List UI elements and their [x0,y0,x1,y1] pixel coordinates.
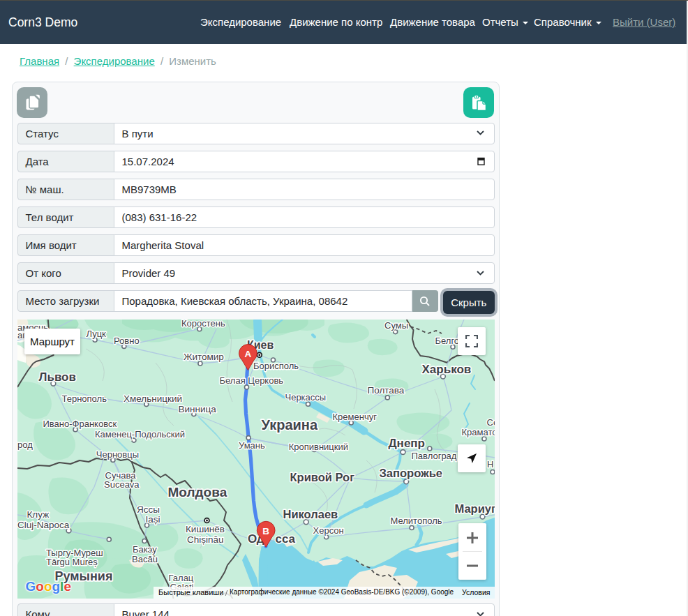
svg-text:Харьков: Харьков [421,363,471,376]
svg-text:Запорожье: Запорожье [379,467,442,479]
svg-text:Умань: Умань [239,440,265,451]
svg-text:Iași: Iași [145,514,160,525]
svg-text:Херсон: Херсон [313,525,343,536]
svg-text:Chișinău: Chișinău [187,534,224,545]
svg-text:B: B [262,526,269,536]
svg-text:Львов: Львов [38,370,75,384]
svg-text:Тернополь: Тернополь [61,393,107,404]
svg-text:род: род [17,440,33,450]
svg-text:Украина: Украина [261,417,317,433]
svg-text:Краматорск: Краматорск [461,427,495,437]
svg-text:сса: сса [275,532,295,546]
svg-text:Кривой Рог: Кривой Рог [290,471,354,483]
svg-text:Сумы: Сумы [384,320,408,331]
svg-text:Bacău: Bacău [132,554,158,564]
svg-text:Борисполь: Борисполь [253,361,299,371]
svg-text:Днепр: Днепр [388,437,425,450]
svg-text:Târgu Mureș: Târgu Mureș [46,557,98,567]
svg-text:A: A [244,349,251,359]
svg-text:Молдова: Молдова [167,485,227,499]
svg-text:Каменец-Подольский: Каменец-Подольский [95,429,185,440]
svg-text:Н: Н [487,459,493,469]
svg-text:Suceava: Suceava [104,479,140,490]
svg-text:Луцк: Луцк [86,329,106,339]
svg-text:Белая Церковь: Белая Церковь [219,375,283,386]
svg-text:Кропивницкий: Кропивницкий [288,442,347,452]
svg-text:Мелитополь: Мелитополь [390,516,442,526]
svg-text:Кременчуг: Кременчуг [332,412,377,422]
svg-text:Полтава: Полтава [367,385,404,396]
svg-text:Винница: Винница [178,404,216,414]
svg-text:Ровно: Ровно [114,336,140,346]
svg-text:Ивано-Франковск: Ивано-Франковск [43,419,117,429]
svg-text:Черкассы: Черкассы [285,392,326,403]
svg-text:Коростень: Коростень [181,320,225,329]
svg-text:Николаев: Николаев [283,508,338,520]
svg-text:Мариуполь: Мариуполь [454,502,495,515]
svg-text:Клуж: Клуж [27,509,49,520]
svg-text:Павлоград: Павлоград [411,451,456,461]
svg-text:Житомир: Житомир [184,352,224,362]
svg-text:Кишинёв: Кишинёв [186,524,225,534]
svg-text:Се: Се [486,417,495,428]
svg-text:Cluj-Napoca: Cluj-Napoca [17,520,70,530]
svg-text:Черновцы: Черновцы [96,449,138,460]
svg-text:Хмельницкий: Хмельницкий [124,393,182,404]
